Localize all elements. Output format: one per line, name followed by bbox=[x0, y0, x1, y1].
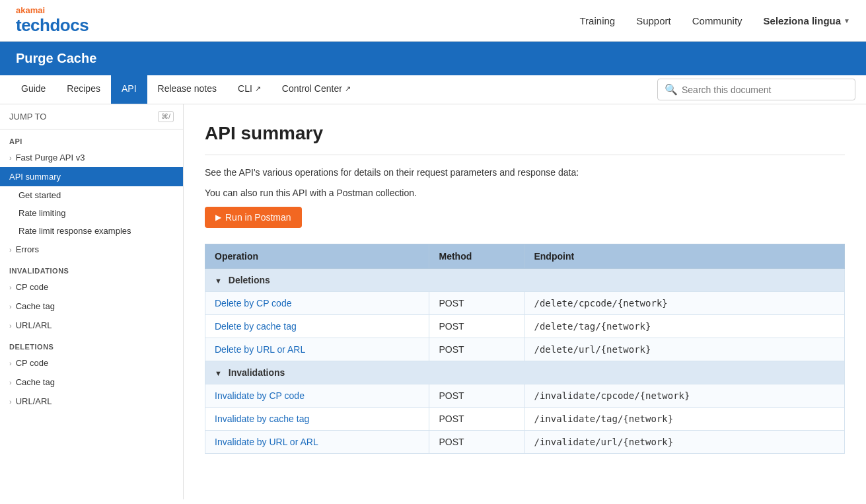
link-invalidate-cp-code[interactable]: Invalidate by CP code bbox=[215, 390, 305, 401]
endpoint-cell: /delete/tag/{network} bbox=[524, 315, 845, 338]
jump-to-bar[interactable]: JUMP TO ⌘/ bbox=[0, 104, 183, 129]
chevron-right-icon: › bbox=[9, 154, 12, 162]
chevron-right-icon: › bbox=[9, 246, 12, 254]
chevron-down-icon: ▼ bbox=[215, 369, 222, 377]
sidebar-item-rate-limit-examples[interactable]: Rate limit response examples bbox=[0, 222, 183, 240]
table-row: Delete by CP code POST /delete/cpcode/{n… bbox=[205, 292, 845, 315]
link-delete-url-arl[interactable]: Delete by URL or ARL bbox=[215, 344, 305, 355]
top-nav: akamai techdocs Training Support Communi… bbox=[0, 0, 866, 42]
method-cell: POST bbox=[429, 384, 524, 408]
sidebar-item-inv-url-arl[interactable]: › URL/ARL bbox=[0, 316, 183, 335]
table-row: Delete by cache tag POST /delete/tag/{ne… bbox=[205, 315, 845, 338]
method-cell: POST bbox=[429, 408, 524, 431]
brand-akamai: akamai bbox=[16, 5, 89, 15]
table-section-deletions: ▼ Deletions bbox=[205, 269, 845, 292]
sidebar-section-invalidations: Invalidations bbox=[0, 259, 183, 277]
method-cell: POST bbox=[429, 431, 524, 454]
external-link-icon: ↗ bbox=[345, 85, 351, 93]
chevron-right-icon: › bbox=[9, 283, 12, 291]
chevron-right-icon: › bbox=[9, 303, 12, 310]
play-icon: ▶ bbox=[215, 213, 221, 222]
sidebar-item-del-cache-tag[interactable]: › Cache tag bbox=[0, 373, 183, 392]
tab-cli[interactable]: CLI ↗ bbox=[227, 75, 271, 104]
chevron-right-icon: › bbox=[9, 359, 12, 367]
divider bbox=[205, 155, 845, 155]
sidebar-item-fast-purge[interactable]: › Fast Purge API v3 bbox=[0, 148, 183, 167]
link-invalidate-cache-tag[interactable]: Invalidate by cache tag bbox=[215, 414, 309, 424]
tab-release-notes[interactable]: Release notes bbox=[147, 75, 228, 104]
sidebar-section-deletions: Deletions bbox=[0, 335, 183, 353]
chevron-down-icon: ▼ bbox=[215, 277, 222, 285]
chevron-right-icon: › bbox=[9, 398, 12, 406]
col-operation: Operation bbox=[205, 244, 429, 269]
description-1: See the API's various operations for det… bbox=[205, 166, 845, 180]
endpoint-cell: /invalidate/cpcode/{network} bbox=[524, 384, 845, 408]
page-header-title: Purge Cache bbox=[16, 51, 96, 65]
endpoint-cell: /invalidate/tag/{network} bbox=[524, 408, 845, 431]
sidebar-item-del-cp-code[interactable]: › CP code bbox=[0, 353, 183, 373]
content-area: API summary See the API's various operat… bbox=[184, 104, 866, 499]
col-method: Method bbox=[429, 244, 524, 269]
sidebar-item-del-url-arl[interactable]: › URL/ARL bbox=[0, 392, 183, 411]
sidebar-section-api: API bbox=[0, 129, 183, 148]
tab-control-center[interactable]: Control Center ↗ bbox=[271, 75, 361, 104]
chevron-down-icon: ▼ bbox=[844, 17, 850, 24]
endpoint-cell: /delete/url/{network} bbox=[524, 338, 845, 361]
nav-support[interactable]: Support bbox=[636, 15, 671, 26]
method-cell: POST bbox=[429, 315, 524, 338]
tab-recipes[interactable]: Recipes bbox=[56, 75, 111, 104]
endpoint-cell: /delete/cpcode/{network} bbox=[524, 292, 845, 315]
col-endpoint: Endpoint bbox=[524, 244, 845, 269]
table-row: Delete by URL or ARL POST /delete/url/{n… bbox=[205, 338, 845, 361]
run-in-postman-button[interactable]: ▶ Run in Postman bbox=[205, 207, 302, 228]
method-cell: POST bbox=[429, 292, 524, 315]
table-row: Invalidate by CP code POST /invalidate/c… bbox=[205, 384, 845, 408]
api-table: Operation Method Endpoint ▼ Deletions De… bbox=[205, 244, 845, 454]
logo[interactable]: akamai techdocs bbox=[16, 5, 89, 36]
nav-links: Training Support Community Seleziona lin… bbox=[580, 15, 850, 26]
chevron-right-icon: › bbox=[9, 378, 12, 386]
endpoint-cell: /invalidate/url/{network} bbox=[524, 431, 845, 454]
sidebar-item-get-started[interactable]: Get started bbox=[0, 186, 183, 204]
nav-training[interactable]: Training bbox=[580, 15, 616, 26]
description-2: You can also run this API with a Postman… bbox=[205, 186, 845, 200]
content-title: API summary bbox=[205, 123, 845, 144]
sidebar-item-inv-cache-tag[interactable]: › Cache tag bbox=[0, 297, 183, 316]
main-layout: JUMP TO ⌘/ API › Fast Purge API v3 API s… bbox=[0, 104, 866, 499]
jump-to-label: JUMP TO bbox=[9, 112, 46, 122]
external-link-icon: ↗ bbox=[255, 85, 261, 93]
search-input[interactable] bbox=[682, 85, 848, 95]
search-box[interactable]: 🔍 bbox=[657, 79, 855, 100]
jump-to-shortcut: ⌘/ bbox=[158, 111, 174, 122]
method-cell: POST bbox=[429, 338, 524, 361]
sidebar: JUMP TO ⌘/ API › Fast Purge API v3 API s… bbox=[0, 104, 184, 499]
sidebar-item-inv-cp-code[interactable]: › CP code bbox=[0, 277, 183, 297]
tab-bar: Guide Recipes API Release notes CLI ↗ Co… bbox=[0, 75, 866, 104]
tab-guide[interactable]: Guide bbox=[11, 75, 56, 104]
sidebar-item-rate-limiting[interactable]: Rate limiting bbox=[0, 204, 183, 222]
link-delete-cache-tag[interactable]: Delete by cache tag bbox=[215, 321, 297, 332]
nav-community[interactable]: Community bbox=[692, 15, 742, 26]
tab-api[interactable]: API bbox=[111, 75, 147, 104]
language-selector[interactable]: Seleziona lingua ▼ bbox=[764, 15, 850, 26]
page-header: Purge Cache bbox=[0, 42, 866, 75]
sidebar-item-errors[interactable]: › Errors bbox=[0, 240, 183, 259]
link-delete-cp-code[interactable]: Delete by CP code bbox=[215, 298, 291, 308]
link-invalidate-url-arl[interactable]: Invalidate by URL or ARL bbox=[215, 437, 318, 447]
brand-techdocs: techdocs bbox=[16, 15, 89, 36]
table-row: Invalidate by cache tag POST /invalidate… bbox=[205, 408, 845, 431]
table-row: Invalidate by URL or ARL POST /invalidat… bbox=[205, 431, 845, 454]
sidebar-item-api-summary[interactable]: API summary bbox=[0, 167, 183, 186]
chevron-right-icon: › bbox=[9, 322, 12, 330]
search-icon: 🔍 bbox=[665, 83, 678, 96]
table-section-invalidations: ▼ Invalidations bbox=[205, 361, 845, 384]
